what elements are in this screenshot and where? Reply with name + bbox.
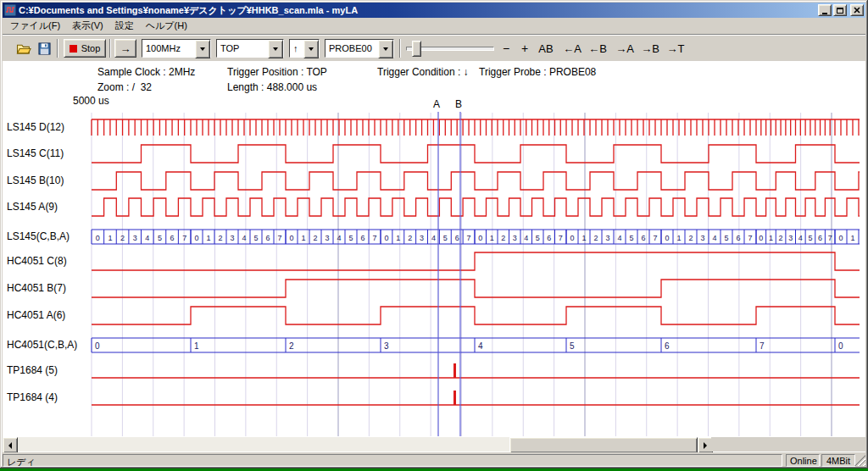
maximize-button[interactable] — [833, 4, 847, 16]
status-memory-indicator: 4MBit — [821, 454, 855, 467]
bus-value: 3 — [700, 234, 704, 242]
bus-value: 6 — [818, 234, 822, 242]
toolbar: Stop → 100MHz TOP ↑ PROBE00 − + AB ←A — [3, 35, 865, 61]
trigger-edge-select[interactable]: ↑ — [289, 39, 320, 58]
bus-value: 4 — [145, 234, 149, 242]
bus-value: 2 — [501, 234, 505, 242]
menu-file[interactable]: ファイル(F) — [4, 17, 66, 35]
channel-wave-7 — [92, 307, 860, 324]
bus-value: 1 — [676, 234, 681, 242]
channel-wave-6 — [92, 280, 860, 297]
bus-value: 6 — [665, 341, 670, 351]
move-right-to-b-button[interactable]: →B — [638, 39, 662, 58]
bus-value: 2 — [688, 234, 693, 242]
menu-help[interactable]: ヘルプ(H) — [140, 17, 193, 35]
bus-value: 0 — [759, 234, 763, 242]
title-bar[interactable]: C:¥Documents and Settings¥noname¥デスクトップ¥… — [3, 3, 865, 18]
clock-select[interactable]: 100MHz — [142, 39, 211, 58]
go-to-trigger-button[interactable]: →T — [664, 39, 687, 58]
minimize-button[interactable] — [818, 4, 832, 16]
scrollbar-filler — [711, 437, 865, 452]
bus-value: 3 — [325, 234, 329, 242]
move-left-to-a-button[interactable]: ←A — [560, 39, 584, 58]
waveform-panel: Sample Clock : 2MHz Trigger Position : T… — [3, 61, 865, 452]
grid — [92, 113, 832, 436]
channel-wave-2 — [92, 172, 860, 190]
bus-value: 6 — [265, 234, 270, 242]
toolbar-separator — [399, 39, 401, 58]
trigger-probe-select[interactable]: PROBE00 — [325, 39, 394, 58]
move-left-to-b-button[interactable]: ←B — [586, 39, 609, 58]
window-title: C:¥Documents and Settings¥noname¥デスクトップ¥… — [19, 4, 816, 17]
scrollbar-thumb[interactable] — [509, 437, 698, 452]
bus-value: 2 — [593, 234, 598, 242]
zoom-out-button[interactable]: − — [498, 39, 515, 58]
toolbar-separator — [57, 39, 58, 58]
menu-settings[interactable]: 設定 — [109, 17, 140, 35]
menu-view[interactable]: 表示(V) — [66, 17, 109, 35]
open-file-button[interactable] — [14, 39, 33, 58]
bus-value: 7 — [372, 234, 376, 242]
zoom-ab-button[interactable]: AB — [535, 39, 557, 58]
bus-value: 7 — [467, 234, 471, 242]
zoom-slider-thumb[interactable] — [412, 41, 421, 57]
bus-value: 1 — [850, 234, 854, 242]
bus-value: 1 — [301, 234, 305, 242]
save-file-button[interactable] — [35, 39, 53, 58]
minimize-icon — [822, 13, 827, 14]
bus-value: 2 — [779, 234, 783, 242]
run-button[interactable]: → — [114, 39, 136, 58]
zoom-in-button[interactable]: + — [516, 39, 533, 58]
open-folder-icon — [16, 42, 31, 55]
waveform-svg[interactable]: 0123456701234567012345670123456701234567… — [3, 110, 865, 442]
status-message: レディ — [3, 454, 782, 467]
zoom-slider[interactable] — [406, 39, 492, 58]
bus-value: 2 — [120, 234, 125, 242]
bus-value: 4 — [431, 234, 436, 242]
bus-value: 6 — [170, 234, 175, 242]
chevron-down-icon[interactable] — [195, 40, 210, 58]
trigger-position-info: Trigger Position : TOP — [227, 66, 327, 78]
bus-value: 7 — [748, 234, 752, 242]
channel-wave-9 — [92, 363, 860, 378]
menu-bar: ファイル(F) 表示(V) 設定 ヘルプ(H) — [3, 18, 865, 35]
maximize-icon — [837, 8, 843, 14]
bus-value: 0 — [665, 234, 669, 242]
chevron-down-icon[interactable] — [303, 40, 319, 58]
bus-value: 7 — [559, 234, 563, 242]
bus-value: 1 — [396, 234, 400, 242]
bus-value: 0 — [838, 341, 843, 351]
bus-value: 4 — [242, 234, 246, 242]
status-bar: レディ Online 4MBit — [3, 454, 865, 467]
bus-value: 5 — [724, 234, 728, 242]
scroll-left-button[interactable] — [3, 437, 18, 452]
close-button[interactable] — [850, 4, 864, 16]
bus-value: 6 — [455, 234, 459, 242]
bus-value: 3 — [788, 234, 793, 242]
bus-value: 0 — [570, 234, 574, 242]
bus-value: 3 — [384, 341, 389, 351]
resize-grip[interactable] — [854, 455, 865, 466]
chevron-down-icon[interactable] — [268, 40, 283, 58]
bus-value: 1 — [206, 234, 210, 242]
bus-value: 6 — [360, 234, 364, 242]
run-arrow-icon: → — [120, 42, 131, 55]
bus-value: 6 — [736, 234, 740, 242]
bus-value: 3 — [513, 234, 517, 242]
channel-wave-10 — [92, 391, 860, 405]
cursor-b-label[interactable]: B — [453, 98, 464, 110]
horizontal-scrollbar[interactable] — [3, 437, 711, 452]
chevron-down-icon[interactable] — [378, 40, 393, 58]
bus-value: 4 — [617, 234, 621, 242]
bus-value: 5 — [808, 234, 812, 242]
trigger-position-select[interactable]: TOP — [216, 39, 284, 58]
status-online-indicator: Online — [786, 454, 820, 467]
channel-wave-8: 012345670 — [92, 338, 860, 352]
bus-value: 2 — [408, 234, 412, 242]
bus-value: 3 — [230, 234, 234, 242]
stop-button[interactable]: Stop — [64, 39, 106, 58]
cursor-a-label[interactable]: A — [431, 98, 442, 110]
bus-value: 5 — [536, 234, 540, 242]
toolbar-separator — [109, 39, 111, 58]
move-right-to-a-button[interactable]: →A — [613, 39, 637, 58]
